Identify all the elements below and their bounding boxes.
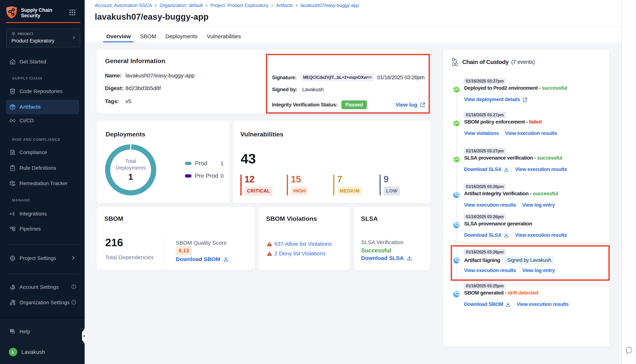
sidebar-divider: [6, 244, 79, 245]
sidebar-item-remediation-tracker[interactable]: Remediation Tracker: [6, 176, 79, 191]
legend-pre-prod: Pre Prod 0: [185, 172, 224, 179]
vulnerabilities-title: Vulnerabilities: [240, 131, 283, 138]
tags-label: Tags:: [105, 98, 126, 104]
event-link[interactable]: View execution results: [515, 166, 567, 172]
chain-of-custody-count: (7 events): [511, 59, 535, 65]
user-profile[interactable]: L Lavakush: [9, 348, 45, 356]
sidebar-item-cicd[interactable]: CI/CD: [6, 114, 79, 128]
home-icon: [9, 58, 16, 65]
sbom-violations-card: SBOM Violations 637 Allow list Violation…: [258, 207, 350, 270]
signed-by-label: Signed by:: [272, 86, 297, 92]
event-timestamp: 01/16/2025 03:26pm: [464, 184, 506, 190]
right-gutter: [622, 0, 636, 364]
prod-swatch: [185, 162, 192, 165]
timeline-connector: [456, 94, 457, 118]
event-link[interactable]: View deployment details: [464, 97, 528, 102]
sidebar-item-organization-settings[interactable]: Organization Settings: [6, 296, 79, 310]
event-title: SLSA provenance verification - successfu…: [464, 155, 562, 161]
event-link[interactable]: View execution results: [515, 232, 567, 238]
sbom-total-dependencies-value: 216: [105, 236, 123, 248]
tab-sbom[interactable]: SBOM: [137, 30, 159, 42]
sidebar-item-rule-definitions[interactable]: Rule Definitions: [6, 161, 79, 175]
download-icon: [505, 302, 510, 307]
event-name: SLSA provenance verification: [464, 155, 533, 161]
breadcrumb-separator: >: [296, 3, 297, 8]
sidebar-item-artifacts[interactable]: Artifacts: [6, 100, 79, 114]
app-grid-icon[interactable]: [69, 10, 76, 16]
sidebar-item-get-started[interactable]: Get Started: [6, 54, 79, 69]
breadcrumb-current[interactable]: lavakush07/easy-buggy-app: [300, 2, 359, 8]
vertical-divider: [264, 73, 265, 107]
event-link[interactable]: View execution results: [517, 302, 569, 307]
event-link[interactable]: View log entry: [522, 202, 555, 208]
scrollbar-track[interactable]: [621, 0, 622, 364]
event-link[interactable]: Download SBOM: [464, 302, 510, 307]
vulnerabilities-card: Vulnerabilities 43 12 CRITICAL 15 HIGH 7…: [233, 120, 431, 204]
svg-text:?: ?: [11, 329, 13, 332]
code-repository-icon: [9, 88, 16, 95]
event-name: Deployed to Prod2 environment: [464, 85, 538, 91]
deny-list-violations-link[interactable]: 2 Deny list Violations: [274, 250, 326, 257]
allow-list-violations-link[interactable]: 637 Allow list Violations: [274, 241, 332, 247]
tab-label: Deployments: [165, 33, 198, 40]
event-timestamp: 01/16/2025 03:25pm: [464, 283, 506, 289]
sidebar-item-code-repositories[interactable]: Code Repositories: [6, 84, 79, 98]
sbom-violations-title: SBOM Violations: [266, 215, 317, 222]
timeline-connector: [456, 128, 457, 154]
general-information-card: General Information Name:lavakush07/easy…: [96, 49, 431, 114]
signature-value-chip[interactable]: MEQCICde2VjlT...bL+2+mqnOXw==: [300, 74, 374, 81]
event-link[interactable]: View execution results: [505, 130, 557, 136]
event-status: successful: [537, 155, 562, 161]
event-name: SBOM policy enforcement: [464, 119, 525, 125]
signature-label: Signature:: [272, 75, 296, 80]
breadcrumb-account[interactable]: Account: Automation-SSCA: [95, 2, 152, 8]
chat-bubble-icon[interactable]: [624, 346, 633, 356]
sidebar-item-project-settings[interactable]: Project Settings: [6, 251, 79, 266]
tab-deployments[interactable]: Deployments: [162, 30, 201, 42]
download-slsa-link[interactable]: Download SLSA: [361, 255, 412, 261]
integrations-icon: [9, 210, 16, 217]
sidebar-item-help[interactable]: ? Help: [6, 324, 79, 339]
annotation-box-signature: Signature: MEQCICde2VjlT...bL+2+mqnOXw==…: [266, 54, 430, 114]
account-settings-info-icon[interactable]: [71, 284, 77, 290]
breadcrumb-organization[interactable]: Organization: default: [160, 2, 203, 8]
event-link[interactable]: View execution results: [464, 202, 516, 208]
breadcrumb-project[interactable]: Project: Product Exploratory: [210, 2, 268, 8]
vuln-critical-group: 12 CRITICAL: [240, 175, 284, 196]
event-link[interactable]: Download SLSA: [464, 166, 509, 172]
event-name: Artifact Integrity Verification: [464, 191, 528, 196]
warning-triangle-icon: [267, 241, 272, 247]
event-link[interactable]: Download SLSA: [464, 232, 509, 238]
digest-value: 8d23bd3b5d8f: [126, 85, 161, 91]
deployments-card: Deployments TotalDeployments 1 Prod 1 Pr…: [96, 120, 230, 204]
event-name: SBOM generated: [464, 290, 503, 296]
event-title: Artifact Integrity Verification - succes…: [464, 191, 558, 196]
warning-triangle-icon: [267, 251, 272, 256]
view-log-link[interactable]: View log: [396, 102, 428, 108]
artifacts-cube-icon: [9, 104, 16, 110]
compliance-doc-icon: [9, 149, 16, 156]
total-deployments-value: 1: [128, 172, 133, 182]
vuln-low-group: 9 LOW: [380, 175, 424, 196]
event-link[interactable]: View violations: [464, 130, 499, 136]
allow-list-violations-row: 637 Allow list Violations: [267, 241, 332, 247]
organization-settings-icon: [9, 299, 16, 306]
download-sbom-link[interactable]: Download SBOM: [176, 256, 229, 262]
organization-settings-info-icon[interactable]: [71, 300, 77, 306]
sidebar: Supply Chain Security PROJECT Product Ex…: [0, 0, 85, 364]
tab-overview[interactable]: Overview: [103, 30, 134, 42]
pre-prod-swatch: [185, 174, 192, 178]
clipboard-check-icon: [9, 165, 16, 171]
sidebar-item-integrations[interactable]: Integrations: [6, 207, 79, 221]
tab-vulnerabilities[interactable]: Vulnerabilities: [204, 30, 244, 42]
sidebar-item-pipelines[interactable]: Pipelines: [6, 222, 79, 236]
download-slsa-label: Download SLSA: [361, 255, 404, 261]
breadcrumb-artifacts[interactable]: Artifacts: [276, 2, 293, 8]
sidebar-item-compliance[interactable]: Compliance: [6, 145, 79, 160]
integrity-status-label: Integrity Verification Status:: [272, 102, 338, 108]
signature-timestamp: 01/16/2025 03:26pm: [377, 74, 428, 80]
vulnerabilities-total: 43: [241, 151, 256, 166]
sidebar-item-account-settings[interactable]: Account Settings: [6, 280, 79, 294]
project-selector[interactable]: PROJECT Product Exploratory: [6, 29, 80, 47]
brand-accent-divider: [6, 22, 80, 23]
